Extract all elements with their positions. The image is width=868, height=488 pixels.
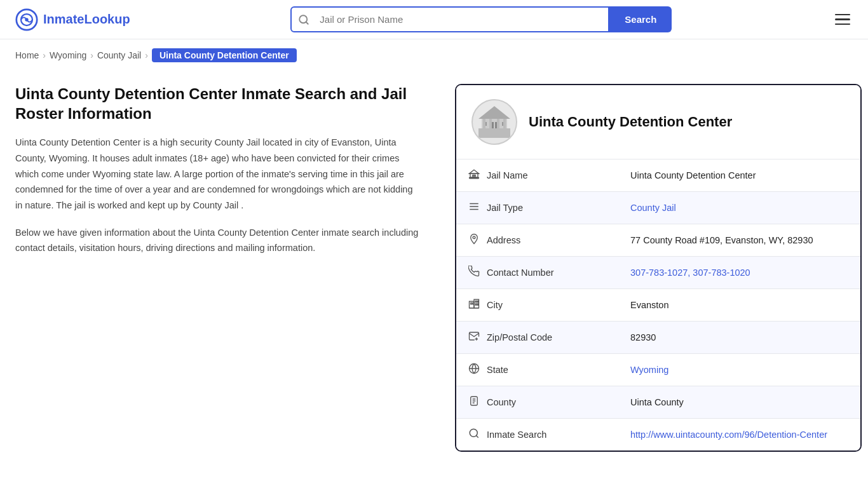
search-input-wrapper (290, 6, 609, 32)
svg-rect-16 (503, 119, 506, 128)
row-value[interactable]: 307-783-1027, 307-783-1020 (619, 257, 860, 289)
breadcrumb-home[interactable]: Home (15, 50, 39, 60)
row-label: Contact Number (487, 268, 554, 278)
svg-rect-30 (473, 303, 474, 304)
row-icon (468, 201, 480, 215)
search-bar: Search (290, 6, 672, 32)
svg-rect-13 (483, 119, 485, 128)
row-link[interactable]: http://www.uintacounty.com/96/Detention-… (630, 430, 827, 440)
table-row: CountyUinta County (456, 386, 860, 419)
svg-rect-15 (497, 119, 499, 128)
svg-marker-19 (470, 170, 479, 173)
svg-rect-5 (478, 128, 510, 138)
row-icon (468, 395, 480, 409)
row-icon (468, 233, 480, 247)
search-input[interactable] (316, 8, 608, 31)
svg-marker-7 (478, 106, 510, 119)
svg-rect-29 (471, 303, 472, 304)
facility-image (475, 103, 513, 141)
row-value: Uinta County (619, 386, 860, 419)
row-link[interactable]: County Jail (630, 203, 676, 213)
breadcrumb-sep-2: › (90, 50, 93, 60)
row-value: 82930 (619, 322, 860, 354)
row-icon (468, 298, 480, 312)
row-value[interactable]: County Jail (619, 192, 860, 224)
breadcrumb-state[interactable]: Wyoming (50, 50, 86, 60)
breadcrumb-type[interactable]: County Jail (97, 50, 141, 60)
table-row: Inmate Searchhttp://www.uintacounty.com/… (456, 419, 860, 451)
row-label: City (487, 300, 503, 310)
page-description-2: Below we have given information about th… (15, 225, 422, 256)
svg-rect-32 (477, 301, 478, 302)
header: InmateLookup Search (0, 0, 868, 39)
page-description-1: Uinta County Detention Center is a high … (15, 135, 422, 213)
row-value: 77 County Road #109, Evanston, WY, 82930 (619, 224, 860, 257)
row-label: Inmate Search (487, 430, 546, 440)
row-value: Uinta County Detention Center (619, 159, 860, 192)
svg-rect-12 (492, 109, 496, 112)
table-row: CityEvanston (456, 289, 860, 322)
search-button[interactable]: Search (609, 6, 672, 32)
table-row: StateWyoming (456, 354, 860, 386)
menu-button[interactable] (832, 11, 853, 28)
row-link[interactable]: Wyoming (630, 365, 668, 375)
row-label: Address (487, 235, 520, 245)
row-icon (468, 266, 480, 280)
svg-point-42 (470, 429, 477, 437)
breadcrumb-sep-3: › (145, 50, 148, 60)
breadcrumb-current: Uinta County Detention Center (152, 48, 297, 62)
row-icon (468, 168, 480, 182)
card-header: Uinta County Detention Center (456, 85, 860, 159)
search-icon (292, 14, 316, 25)
row-label: County (487, 397, 516, 407)
svg-point-25 (473, 236, 475, 239)
row-label: Jail Type (487, 203, 523, 213)
logo-icon (15, 8, 38, 31)
breadcrumb-sep-1: › (43, 50, 46, 60)
svg-rect-21 (474, 175, 475, 178)
page-title: Uinta County Detention Center Inmate Sea… (15, 84, 422, 123)
main-content: Uinta County Detention Center Inmate Sea… (0, 71, 868, 477)
table-row: Jail TypeCounty Jail (456, 192, 860, 224)
table-row: Contact Number307-783-1027, 307-783-1020 (456, 257, 860, 289)
svg-rect-31 (475, 301, 477, 302)
svg-line-4 (306, 22, 308, 24)
facility-avatar (471, 99, 517, 145)
row-icon (468, 363, 480, 377)
svg-point-2 (25, 18, 28, 21)
table-row: Address77 County Road #109, Evanston, WY… (456, 224, 860, 257)
row-value[interactable]: Wyoming (619, 354, 860, 386)
row-value[interactable]: http://www.uintacounty.com/96/Detention-… (619, 419, 860, 451)
row-label: State (487, 365, 508, 375)
row-icon (468, 428, 480, 442)
table-row: Jail NameUinta County Detention Center (456, 159, 860, 192)
row-value: Evanston (619, 289, 860, 322)
breadcrumb: Home › Wyoming › County Jail › Uinta Cou… (0, 39, 868, 71)
table-row: Zip/Postal Code82930 (456, 322, 860, 354)
left-column: Uinta County Detention Center Inmate Sea… (15, 84, 435, 268)
info-card: Uinta County Detention Center Jail NameU… (455, 84, 862, 452)
row-link[interactable]: 307-783-1027, 307-783-1020 (630, 268, 750, 278)
row-icon (468, 330, 480, 344)
svg-rect-33 (475, 304, 477, 305)
card-title: Uinta County Detention Center (529, 114, 732, 130)
logo-text: InmateLookup (43, 12, 130, 27)
row-label: Zip/Postal Code (487, 332, 552, 342)
svg-rect-14 (489, 119, 492, 128)
info-table: Jail NameUinta County Detention CenterJa… (456, 159, 860, 451)
row-label: Jail Name (487, 170, 527, 180)
svg-line-43 (476, 435, 478, 437)
logo-link[interactable]: InmateLookup (15, 8, 130, 31)
svg-rect-34 (477, 304, 478, 305)
